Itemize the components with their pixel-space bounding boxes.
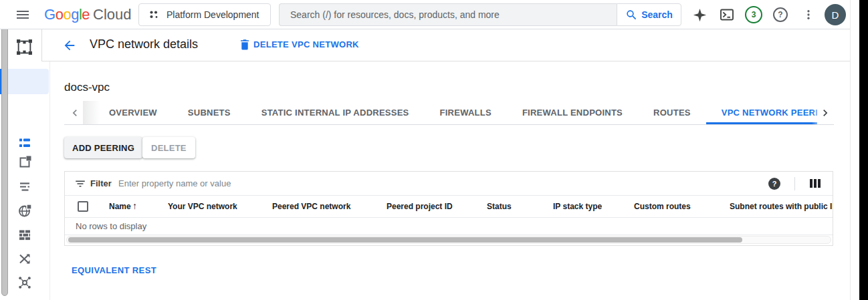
tab-static-internal-ip-addresses[interactable]: STATIC INTERNAL IP ADDRESSES [246, 101, 425, 124]
horizontal-scrollbar-thumb[interactable] [68, 237, 742, 243]
equivalent-rest-link[interactable]: EQUIVALENT REST [72, 265, 156, 275]
sidebar-item-6[interactable] [17, 251, 32, 266]
search-button[interactable]: Search [617, 3, 681, 26]
tab-firewalls[interactable]: FIREWALLS [425, 101, 507, 124]
vpc-product-icon [16, 39, 33, 55]
sort-ascending-icon[interactable]: ↑ [132, 200, 137, 211]
terminal-icon [720, 7, 734, 22]
active-nav-highlight [5, 69, 49, 94]
search-icon [625, 9, 638, 21]
help-button[interactable]: ? [773, 7, 788, 22]
kebab-icon [802, 9, 815, 21]
top-bar: GoogleCloud Platform Development Search … [0, 0, 850, 29]
bricks-icon [17, 227, 32, 242]
horizontal-scrollbar-track[interactable] [66, 236, 831, 244]
notification-count: 3 [752, 10, 756, 19]
hub-dots-icon [17, 275, 32, 290]
column-header-peered-project-id[interactable]: Peered project ID [387, 202, 453, 211]
sidebar-item-2[interactable] [17, 155, 32, 170]
more-options-button[interactable] [800, 7, 817, 23]
global-search: Search [279, 3, 681, 26]
search-input[interactable] [290, 9, 606, 20]
sidebar-item-4[interactable] [17, 203, 32, 218]
tab-firewall-endpoints[interactable]: FIREWALL ENDPOINTS [507, 101, 638, 124]
avatar-initial: D [832, 9, 839, 21]
google-cloud-logo: GoogleCloud [44, 6, 132, 23]
tab-subnets[interactable]: SUBNETS [173, 101, 246, 124]
toolbar-divider [794, 177, 795, 190]
tab-vpc-network-peering[interactable]: VPC NETWORK PEERING [706, 101, 817, 124]
filter-help-button[interactable]: ? [768, 178, 780, 190]
back-button[interactable] [62, 38, 77, 53]
search-field [279, 3, 617, 26]
delete-vpc-network-button[interactable]: DELETE VPC NETWORK [240, 39, 359, 50]
network-name-title: docs-vpc [64, 81, 110, 94]
empty-state-message: No rows to display [76, 221, 146, 231]
add-peering-button[interactable]: ADD PEERING [64, 137, 142, 158]
gcp-console-window: GoogleCloud Platform Development Search … [0, 0, 868, 300]
sidebar-item-5[interactable] [17, 227, 32, 242]
tab-routes[interactable]: ROUTES [638, 101, 706, 124]
columns-icon [810, 179, 812, 188]
external-square-icon [17, 155, 32, 170]
globe-icon [17, 203, 32, 218]
lines-icon [17, 179, 32, 194]
trash-icon [240, 39, 249, 50]
search-button-label: Search [641, 9, 673, 20]
sparkle-icon [693, 8, 707, 22]
tabs-strip: OVERVIEW SUBNETS STATIC INTERNAL IP ADDR… [94, 101, 817, 124]
project-selector-button[interactable]: Platform Development [138, 3, 271, 26]
cloud-shell-button[interactable] [719, 7, 735, 23]
sidebar-item-7[interactable] [17, 275, 32, 290]
page-header: VPC network details DELETE VPC NETWORK [41, 29, 850, 61]
tabs-scroll-left-button[interactable] [68, 106, 82, 120]
column-header-peered-vpc-network[interactable]: Peered VPC network [272, 202, 350, 211]
chevron-right-icon [819, 106, 832, 120]
column-header-ip-stack-type[interactable]: IP stack type [553, 202, 602, 211]
filter-toolbar: Filter ? [65, 172, 833, 196]
main-menu-button[interactable] [15, 7, 31, 23]
filter-help-icon: ? [772, 180, 777, 188]
column-header-name[interactable]: Name [109, 202, 131, 211]
table-empty-row: No rows to display [65, 218, 833, 235]
tab-overview[interactable]: OVERVIEW [94, 101, 173, 124]
notifications-badge[interactable]: 3 [745, 6, 762, 23]
vertical-scrollbar-thumb[interactable] [1, 1, 8, 296]
user-avatar[interactable]: D [825, 4, 846, 25]
sidebar-item-vpc-networks[interactable] [17, 136, 32, 150]
column-header-custom-routes[interactable]: Custom routes [634, 202, 691, 211]
select-all-checkbox[interactable] [78, 201, 88, 212]
filter-input[interactable] [118, 175, 720, 192]
filter-label: Filter [90, 178, 112, 188]
table-header-row: Name ↑ Your VPC network Peered VPC netwo… [65, 196, 833, 218]
delete-vpc-network-label: DELETE VPC NETWORK [253, 39, 359, 49]
logo-cloud-text: Cloud [93, 6, 131, 23]
tabs-scroll-right-button[interactable] [819, 106, 832, 120]
peering-table-card: Filter ? Name ↑ Your VPC network Peered … [64, 171, 833, 246]
arrow-left-icon [62, 38, 77, 53]
horizontal-scrollbar[interactable] [65, 235, 833, 245]
hamburger-icon [15, 7, 31, 23]
column-header-subnet-routes[interactable]: Subnet routes with public IPv [730, 202, 833, 211]
column-display-button[interactable] [810, 179, 821, 188]
sidebar-item-3[interactable] [17, 179, 32, 194]
column-header-your-vpc-network[interactable]: Your VPC network [168, 202, 237, 211]
window-edge [859, 0, 868, 300]
chevron-left-icon [68, 106, 82, 120]
gemini-button[interactable] [691, 7, 708, 23]
tab-bar: OVERVIEW SUBNETS STATIC INTERNAL IP ADDR… [64, 101, 834, 125]
crossed-arrows-icon [17, 251, 32, 266]
help-icon: ? [778, 10, 782, 19]
delete-button[interactable]: DELETE [142, 137, 195, 158]
filter-icon [74, 178, 86, 190]
column-header-status[interactable]: Status [487, 202, 512, 211]
list-icon [17, 136, 32, 150]
vertical-scrollbar[interactable] [850, 0, 859, 300]
page-title: VPC network details [90, 37, 198, 51]
project-selector-label: Platform Development [167, 9, 259, 20]
project-icon [148, 9, 159, 20]
